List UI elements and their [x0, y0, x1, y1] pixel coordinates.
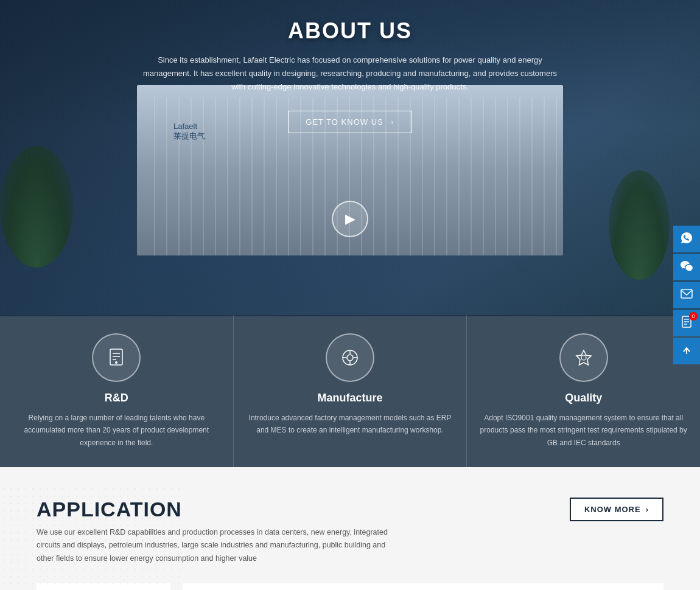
right-sidebar: 0 [673, 226, 700, 364]
play-button[interactable]: ▶ [332, 201, 368, 237]
application-section: APPLICATION We use our excellent R&D cap… [0, 467, 700, 590]
right-sidebar-wechat-icon [680, 259, 693, 276]
feature-quality-title: Quality [479, 392, 688, 404]
right-sidebar-whatsapp-icon [680, 231, 693, 248]
right-sidebar-wechat-button[interactable] [673, 254, 700, 280]
hero-trees-left [0, 146, 73, 268]
feature-manufacture: Manufacture Introduce advanced factory m… [234, 315, 467, 467]
right-sidebar-top-icon [680, 343, 693, 359]
form-badge: 0 [689, 312, 698, 321]
svg-rect-23 [681, 290, 692, 298]
cta-arrow: › [391, 117, 394, 127]
right-sidebar-form-button[interactable]: 0 [673, 310, 700, 336]
features-bar: R&D Relying on a large number of leading… [0, 315, 700, 467]
feature-rd-title: R&D [12, 392, 221, 404]
svg-point-6 [347, 355, 353, 361]
right-sidebar-whatsapp-button[interactable] [673, 226, 700, 252]
feature-quality-desc: Adopt ISO9001 quality management system … [479, 412, 688, 449]
feature-quality-icon [559, 333, 608, 382]
case-content-panel: Case Show Lafaelt has developed into a c… [183, 583, 663, 590]
feature-rd: R&D Relying on a large number of leading… [0, 315, 234, 467]
world-map-background [0, 485, 183, 590]
right-sidebar-top-button[interactable] [673, 338, 700, 364]
svg-point-7 [581, 355, 586, 360]
feature-rd-icon [92, 333, 141, 382]
know-more-arrow: › [646, 505, 649, 514]
get-to-know-us-button[interactable]: GET TO KNOW US › [288, 111, 411, 133]
application-know-more-button[interactable]: KNOW MORE › [570, 498, 663, 521]
feature-manufacture-icon [326, 333, 374, 382]
svg-point-4 [115, 361, 117, 364]
hero-title: ABOUT US [137, 18, 563, 44]
hero-trees-right [609, 170, 670, 280]
feature-manufacture-desc: Introduce advanced factory management mo… [246, 412, 455, 437]
feature-quality: Quality Adopt ISO9001 quality management… [467, 315, 700, 467]
feature-rd-desc: Relying on a large number of leading tal… [12, 412, 221, 449]
hero-description: Since its establishment, Lafaelt Electri… [137, 54, 563, 94]
right-sidebar-email-button[interactable] [673, 282, 700, 308]
right-sidebar-email-icon [680, 287, 693, 304]
feature-manufacture-title: Manufacture [246, 392, 455, 404]
hero-content: ABOUT US Since its establishment, Lafael… [137, 18, 563, 133]
hero-section: Lafaelt 莱提电气 ABOUT US Since its establis… [0, 0, 700, 316]
